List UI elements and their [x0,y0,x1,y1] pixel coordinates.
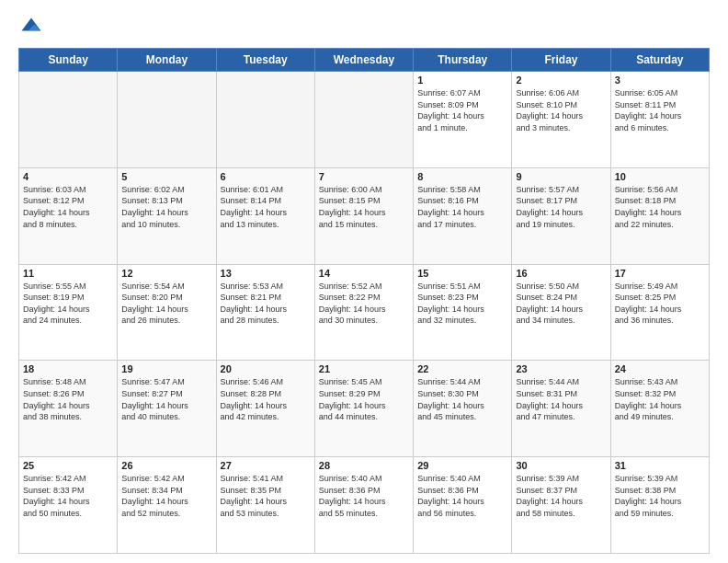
day-cell-21: 21Sunrise: 5:45 AM Sunset: 8:29 PM Dayli… [314,361,413,457]
day-cell-28: 28Sunrise: 5:40 AM Sunset: 8:36 PM Dayli… [314,457,413,554]
day-number: 31 [615,460,705,471]
week-row-5: 25Sunrise: 5:42 AM Sunset: 8:33 PM Dayli… [19,457,710,554]
day-info: Sunrise: 5:45 AM Sunset: 8:29 PM Dayligh… [319,376,409,422]
day-info: Sunrise: 5:52 AM Sunset: 8:22 PM Dayligh… [319,281,409,327]
day-cell-5: 5Sunrise: 6:02 AM Sunset: 8:13 PM Daylig… [118,167,216,264]
day-cell-4: 4Sunrise: 6:03 AM Sunset: 8:12 PM Daylig… [19,167,118,264]
day-cell-10: 10Sunrise: 5:56 AM Sunset: 8:18 PM Dayli… [610,167,709,264]
day-number: 28 [319,460,409,471]
day-number: 5 [121,171,211,182]
day-number: 9 [516,171,606,182]
day-info: Sunrise: 5:48 AM Sunset: 8:26 PM Dayligh… [23,376,113,422]
day-cell-23: 23Sunrise: 5:44 AM Sunset: 8:31 PM Dayli… [512,361,610,457]
day-cell-22: 22Sunrise: 5:44 AM Sunset: 8:30 PM Dayli… [414,361,512,457]
day-number: 19 [121,363,211,374]
day-info: Sunrise: 5:58 AM Sunset: 8:16 PM Dayligh… [417,184,507,230]
day-info: Sunrise: 6:03 AM Sunset: 8:12 PM Dayligh… [23,184,113,230]
day-cell-2: 2Sunrise: 6:06 AM Sunset: 8:10 PM Daylig… [512,72,610,168]
week-row-2: 4Sunrise: 6:03 AM Sunset: 8:12 PM Daylig… [19,167,710,264]
day-info: Sunrise: 5:39 AM Sunset: 8:38 PM Dayligh… [615,473,705,519]
day-cell-25: 25Sunrise: 5:42 AM Sunset: 8:33 PM Dayli… [19,457,118,554]
day-info: Sunrise: 6:00 AM Sunset: 8:15 PM Dayligh… [319,184,409,230]
day-number: 23 [516,363,606,374]
day-number: 14 [319,268,409,279]
day-cell-14: 14Sunrise: 5:52 AM Sunset: 8:22 PM Dayli… [314,264,413,361]
day-info: Sunrise: 5:57 AM Sunset: 8:17 PM Dayligh… [516,184,606,230]
day-info: Sunrise: 6:07 AM Sunset: 8:09 PM Dayligh… [417,87,507,133]
day-number: 15 [417,268,507,279]
logo-icon [18,15,44,40]
day-cell-11: 11Sunrise: 5:55 AM Sunset: 8:19 PM Dayli… [19,264,118,361]
day-info: Sunrise: 5:56 AM Sunset: 8:18 PM Dayligh… [615,184,705,230]
day-cell-1: 1Sunrise: 6:07 AM Sunset: 8:09 PM Daylig… [414,72,512,168]
day-number: 30 [516,460,606,471]
weekday-header-wednesday: Wednesday [314,49,413,72]
day-number: 24 [615,363,705,374]
day-info: Sunrise: 5:50 AM Sunset: 8:24 PM Dayligh… [516,281,606,327]
day-info: Sunrise: 5:40 AM Sunset: 8:36 PM Dayligh… [319,473,409,519]
weekday-header-friday: Friday [512,49,610,72]
day-info: Sunrise: 6:06 AM Sunset: 8:10 PM Dayligh… [516,87,606,133]
day-number: 25 [23,460,113,471]
weekday-header-sunday: Sunday [19,49,118,72]
weekday-header-thursday: Thursday [414,49,512,72]
day-cell-6: 6Sunrise: 6:01 AM Sunset: 8:14 PM Daylig… [216,167,314,264]
day-info: Sunrise: 5:39 AM Sunset: 8:37 PM Dayligh… [516,473,606,519]
day-cell-16: 16Sunrise: 5:50 AM Sunset: 8:24 PM Dayli… [512,264,610,361]
day-number: 21 [319,363,409,374]
day-cell-3: 3Sunrise: 6:05 AM Sunset: 8:11 PM Daylig… [610,72,709,168]
calendar: SundayMondayTuesdayWednesdayThursdayFrid… [18,48,710,554]
day-cell-13: 13Sunrise: 5:53 AM Sunset: 8:21 PM Dayli… [216,264,314,361]
day-number: 22 [417,363,507,374]
day-info: Sunrise: 5:51 AM Sunset: 8:23 PM Dayligh… [417,281,507,327]
day-number: 18 [23,363,113,374]
day-cell-17: 17Sunrise: 5:49 AM Sunset: 8:25 PM Dayli… [610,264,709,361]
day-number: 16 [516,268,606,279]
day-info: Sunrise: 5:40 AM Sunset: 8:36 PM Dayligh… [417,473,507,519]
day-number: 29 [417,460,507,471]
day-cell-18: 18Sunrise: 5:48 AM Sunset: 8:26 PM Dayli… [19,361,118,457]
day-number: 6 [221,171,311,182]
day-number: 12 [121,268,211,279]
logo [18,15,48,40]
empty-cell [314,72,413,168]
day-cell-15: 15Sunrise: 5:51 AM Sunset: 8:23 PM Dayli… [414,264,512,361]
weekday-header-saturday: Saturday [610,49,709,72]
day-cell-30: 30Sunrise: 5:39 AM Sunset: 8:37 PM Dayli… [512,457,610,554]
day-info: Sunrise: 5:41 AM Sunset: 8:35 PM Dayligh… [221,473,311,519]
day-info: Sunrise: 5:54 AM Sunset: 8:20 PM Dayligh… [121,281,211,327]
day-number: 17 [615,268,705,279]
day-number: 26 [121,460,211,471]
day-info: Sunrise: 6:05 AM Sunset: 8:11 PM Dayligh… [615,87,705,133]
empty-cell [118,72,216,168]
week-row-4: 18Sunrise: 5:48 AM Sunset: 8:26 PM Dayli… [19,361,710,457]
day-cell-19: 19Sunrise: 5:47 AM Sunset: 8:27 PM Dayli… [118,361,216,457]
weekday-header-monday: Monday [118,49,216,72]
week-row-3: 11Sunrise: 5:55 AM Sunset: 8:19 PM Dayli… [19,264,710,361]
day-info: Sunrise: 5:44 AM Sunset: 8:30 PM Dayligh… [417,376,507,422]
day-cell-8: 8Sunrise: 5:58 AM Sunset: 8:16 PM Daylig… [414,167,512,264]
weekday-header-tuesday: Tuesday [216,49,314,72]
day-number: 13 [221,268,311,279]
day-cell-20: 20Sunrise: 5:46 AM Sunset: 8:28 PM Dayli… [216,361,314,457]
day-number: 10 [615,171,705,182]
day-info: Sunrise: 5:47 AM Sunset: 8:27 PM Dayligh… [121,376,211,422]
day-cell-12: 12Sunrise: 5:54 AM Sunset: 8:20 PM Dayli… [118,264,216,361]
day-cell-26: 26Sunrise: 5:42 AM Sunset: 8:34 PM Dayli… [118,457,216,554]
empty-cell [19,72,118,168]
day-cell-27: 27Sunrise: 5:41 AM Sunset: 8:35 PM Dayli… [216,457,314,554]
day-info: Sunrise: 6:01 AM Sunset: 8:14 PM Dayligh… [221,184,311,230]
day-number: 20 [221,363,311,374]
weekday-header-row: SundayMondayTuesdayWednesdayThursdayFrid… [19,49,710,72]
day-info: Sunrise: 5:42 AM Sunset: 8:34 PM Dayligh… [121,473,211,519]
day-number: 27 [221,460,311,471]
day-info: Sunrise: 5:42 AM Sunset: 8:33 PM Dayligh… [23,473,113,519]
day-number: 3 [615,75,705,86]
day-info: Sunrise: 5:55 AM Sunset: 8:19 PM Dayligh… [23,281,113,327]
day-info: Sunrise: 6:02 AM Sunset: 8:13 PM Dayligh… [121,184,211,230]
empty-cell [216,72,314,168]
page: SundayMondayTuesdayWednesdayThursdayFrid… [0,0,728,563]
day-info: Sunrise: 5:49 AM Sunset: 8:25 PM Dayligh… [615,281,705,327]
day-number: 7 [319,171,409,182]
day-number: 4 [23,171,113,182]
